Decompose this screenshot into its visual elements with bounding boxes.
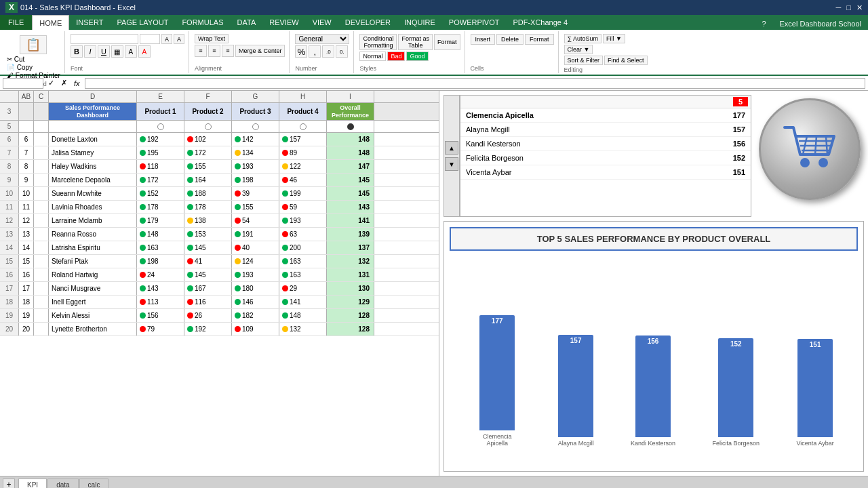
row-ab: 11 — [19, 201, 34, 214]
top-badge-row: 5 — [460, 96, 751, 108]
tab-developer[interactable]: DEVELOPER — [338, 15, 397, 30]
row-ab: 6 — [19, 133, 34, 146]
formula-cross[interactable]: ✗ — [59, 79, 69, 87]
col-i: I — [327, 91, 374, 102]
clear-button[interactable]: Clear ▼ — [564, 45, 593, 54]
font-group: Segoe UI Semibold 10 A A B I U ▦ A A Fon… — [66, 31, 189, 73]
row-c — [34, 255, 49, 268]
tab-review[interactable]: REVIEW — [262, 15, 305, 30]
autosum-button[interactable]: ∑ AutoSum — [564, 34, 601, 43]
delete-button[interactable]: Delete — [496, 34, 524, 45]
tab-kpi[interactable]: KPI — [18, 479, 47, 488]
font-name-input[interactable]: Segoe UI Semibold — [71, 34, 138, 44]
tab-data[interactable]: data — [47, 479, 78, 488]
increase-decimal[interactable]: .0 — [322, 45, 334, 58]
row-num: 11 — [0, 201, 19, 214]
tab-view[interactable]: VIEW — [306, 15, 338, 30]
p1-cell: 148 — [137, 228, 184, 241]
person-name: Haley Wadkins — [49, 160, 137, 173]
tab-data[interactable]: DATA — [231, 15, 263, 30]
p4-cell: 132 — [279, 323, 327, 336]
row-3-num: 3 — [0, 103, 19, 120]
style-bad: Bad — [387, 52, 405, 61]
bar-group: 151 Vicenta Aybar — [797, 339, 834, 447]
p4-cell: 163 — [279, 255, 327, 268]
tab-powerpivot[interactable]: POWERPIVOT — [442, 15, 507, 30]
format-button[interactable]: Format — [525, 34, 554, 45]
svg-point-7 — [818, 158, 828, 167]
formula-fx[interactable]: fx — [72, 79, 82, 87]
bar-chart: 177 Clemencia Apicella 157 Alayna Mcgill… — [444, 256, 863, 471]
tab-formulas[interactable]: FORMULAS — [175, 15, 230, 30]
merge-center-button[interactable]: Merge & Center — [235, 45, 285, 57]
bar-label: Clemencia Apicella — [473, 433, 521, 447]
overall-header-cell: Overall Performance — [327, 103, 374, 120]
wrap-text-button[interactable]: Wrap Text — [195, 34, 229, 43]
row-3-c — [34, 103, 49, 120]
tab-insert[interactable]: INSERT — [69, 15, 110, 30]
table-row: 16 16 Roland Hartwig 24 145 193 163 131 — [0, 268, 439, 282]
cell-reference-box[interactable]: X9 — [3, 78, 43, 89]
styles-group-label: Styles — [359, 65, 460, 72]
bar-group: 157 Alayna Mcgill — [558, 335, 594, 447]
font-size-up[interactable]: A — [161, 34, 172, 44]
bar-label: Alayna Mcgill — [558, 440, 594, 447]
tab-page-layout[interactable]: PAGE LAYOUT — [110, 15, 175, 30]
radio-p1[interactable] — [137, 121, 184, 132]
bar: 152 — [718, 338, 753, 437]
fill-color-button[interactable]: A — [125, 45, 137, 58]
tab-pdf[interactable]: PDF-XChange 4 — [506, 15, 574, 30]
decrease-decimal[interactable]: 0. — [336, 45, 348, 58]
percent-button[interactable]: % — [295, 45, 307, 58]
italic-button[interactable]: I — [84, 45, 96, 58]
radio-p4[interactable] — [279, 121, 327, 132]
conditional-formatting-button[interactable]: ConditionalFormatting — [359, 34, 397, 50]
overall-cell: 148 — [327, 146, 374, 159]
underline-button[interactable]: U — [98, 45, 110, 58]
formula-input[interactable] — [85, 78, 865, 89]
cart-icon-area — [755, 95, 864, 203]
font-size-down[interactable]: A — [174, 34, 184, 44]
cell-styles-button[interactable]: Format — [434, 34, 460, 50]
p2-cell: 138 — [184, 214, 232, 227]
bold-button[interactable]: B — [71, 45, 83, 58]
font-color-button[interactable]: A — [138, 45, 151, 58]
align-left-button[interactable]: ≡ — [195, 45, 207, 57]
title-bar: X 014 - Sales KPI Dashboard - Excel ─ □ … — [0, 0, 868, 15]
scroll-up-button[interactable]: ▲ — [445, 141, 458, 155]
font-size-input[interactable]: 10 — [140, 34, 160, 44]
fill-button[interactable]: Fill ▼ — [603, 34, 625, 43]
scroll-down-button[interactable]: ▼ — [445, 157, 458, 171]
help-button[interactable]: ? — [755, 18, 772, 30]
paste-button[interactable]: 📋 — [20, 35, 47, 54]
copy-button[interactable]: 📄 Copy — [7, 64, 60, 71]
radio-overall[interactable] — [327, 121, 374, 132]
row-ab: 13 — [19, 228, 34, 241]
align-right-button[interactable]: ≡ — [222, 45, 234, 57]
window-controls[interactable]: ─ □ ✕ — [836, 3, 863, 12]
sort-filter-button[interactable]: Sort & Filter — [564, 56, 604, 65]
tab-home[interactable]: HOME — [32, 15, 69, 30]
formula-check[interactable]: ✓ — [46, 79, 56, 87]
chart-section: TOP 5 SALES PERFORMANCE BY PRODUCT OVERA… — [443, 221, 864, 472]
tab-calc[interactable]: calc — [79, 479, 109, 488]
number-format-select[interactable]: General Number Currency — [295, 34, 349, 44]
insert-button[interactable]: Insert — [471, 34, 496, 45]
tab-inquire[interactable]: INQUIRE — [397, 15, 442, 30]
table-row: 9 9 Marcelene Depaola 172 164 198 46 145 — [0, 174, 439, 187]
border-button[interactable]: ▦ — [111, 45, 123, 58]
row-num: 18 — [0, 296, 19, 308]
formula-bar: X9 ✓ ✗ fx — [0, 76, 868, 91]
scroll-controls: ▲ ▼ — [443, 95, 460, 217]
comma-button[interactable]: , — [309, 45, 321, 58]
tab-file[interactable]: FILE — [0, 15, 32, 30]
row-c — [34, 160, 49, 173]
cut-button[interactable]: ✂ Cut — [7, 56, 60, 63]
find-select-button[interactable]: Find & Select — [604, 56, 648, 65]
radio-p3[interactable] — [232, 121, 279, 132]
align-center-button[interactable]: ≡ — [208, 45, 220, 57]
radio-p2[interactable] — [184, 121, 232, 132]
ribbon-content: 📋 ✂ Cut 📄 Copy 🖌 Format Painter Clipboar… — [0, 30, 868, 76]
add-sheet-button[interactable]: + — [3, 479, 15, 488]
format-as-table-button[interactable]: Format asTable — [398, 34, 433, 50]
